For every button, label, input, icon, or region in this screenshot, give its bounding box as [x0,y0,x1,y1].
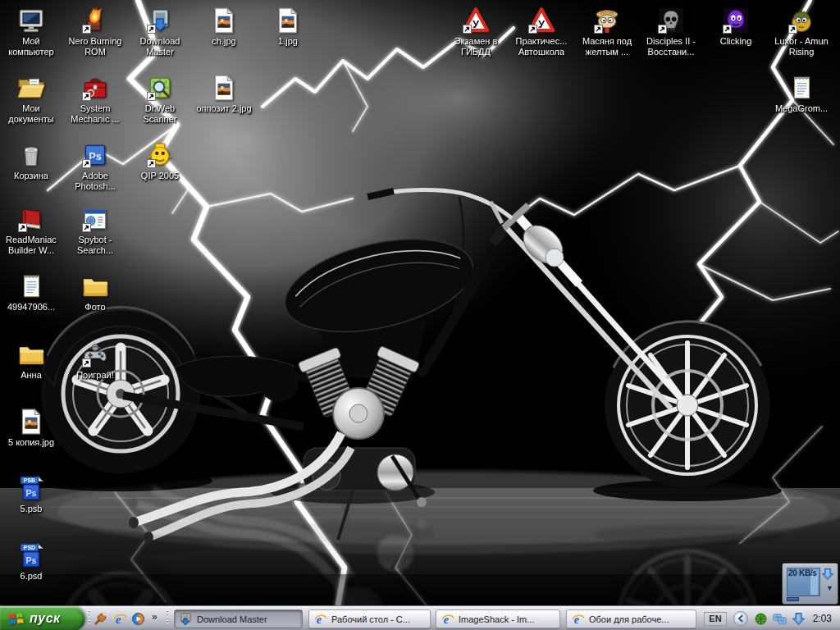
icon-label: 1.jpg [258,36,317,47]
desktop-icon-megagrom[interactable]: MegaGrom... [772,74,831,114]
quick-launch-overflow[interactable]: » [152,611,158,623]
quick-launch-handle[interactable] [89,610,90,627]
taskbar: пуск e » Download MastereРабочий стол - … [0,605,840,630]
ie-icon: e [314,613,327,626]
icon-label: 49947906... [2,302,61,313]
tasks-handle[interactable] [167,610,168,627]
desktop-icon-my-computer[interactable]: Мой компьютер [2,7,61,57]
clicking-icon [722,7,750,34]
icon-label: ReadManiac Builder W... [2,235,61,256]
icon-label: Adobe Photosh... [66,171,125,192]
shortcut-arrow-icon [723,25,732,34]
taskbar-button-rabochiy-stol[interactable]: eРабочий стол - C... [308,609,431,628]
task-label: Download Master [197,614,267,624]
desktop-icon-poigray[interactable]: Поиграй! [66,340,125,381]
drweb-icon [146,74,174,102]
icon-label: Поиграй! [66,370,125,381]
desktop-icon-5-psb[interactable]: PSBPs5.psb [2,474,61,514]
desktop-icon-ch-jpg[interactable]: ch.jpg [194,7,253,47]
desktop-icon-readmaniac-builder[interactable]: ReadManiac Builder W... [2,205,61,256]
icon-label: Экзамен в ГИБДД [446,36,505,57]
svg-text:e: e [574,613,579,626]
icon-label: Корзина [2,171,61,181]
shortcut-arrow-icon [594,25,603,34]
icon-label: Масяня под желтым ... [578,36,637,57]
desktop-icon-anna-folder[interactable]: Анна [2,340,61,381]
desktop-icon-recycle-bin[interactable]: Корзина [2,141,61,181]
language-indicator[interactable]: EN [704,612,726,626]
icon-label: Download Master [130,36,189,57]
desktop-icon-my-documents[interactable]: Мои документы [2,74,61,125]
taskbar-button-oboi-dlya-rabochego[interactable]: eОбои для рабоче... [566,609,696,628]
desktop-icon-1-jpg[interactable]: 1.jpg [258,7,317,47]
tray-drweb-tray-icon[interactable] [754,612,768,626]
collapse-chevron-icon[interactable]: ▼ [826,584,833,592]
toolbox-icon [81,74,109,102]
ie-icon: e [572,613,585,626]
shortcut-arrow-icon [82,223,91,232]
quick-launch-media-player[interactable] [131,612,145,626]
dmtask-icon [180,613,193,626]
jpg-icon [17,408,45,436]
tray-network-icon[interactable] [773,612,787,626]
desktop-icon-adobe-photoshop[interactable]: PsAdobe Photosh... [66,141,125,192]
shortcut-arrow-icon [658,25,667,34]
quick-launch-punto-switcher[interactable] [94,612,107,626]
desktop-icon-spybot-search[interactable]: Spybot - Search... [66,205,125,256]
task-label: Обои для рабоче... [589,614,669,624]
svg-text:PSB: PSB [24,477,35,483]
desktop-icon-49947906[interactable]: 49947906... [2,272,61,313]
taskbar-button-imageshack[interactable]: eImageShack - Im... [436,609,560,628]
desktop-icon-download-master[interactable]: Download Master [130,7,189,57]
download-master-speed-widget[interactable]: 20 KB/s ▼ [782,563,838,605]
ie-icon: e [441,613,454,626]
tray-download-master-tray-icon[interactable] [792,612,806,626]
desktop-icon-prakticheskaya-avtoshkola[interactable]: УПрактичес... Автошкола [512,7,571,57]
shortcut-arrow-icon [82,159,91,168]
desktop-icon-qip-2005[interactable]: QIP 2005 [130,141,189,181]
masyanya-icon [593,7,621,34]
tray-hide-icons-icon[interactable] [733,610,749,627]
icon-label: 6.psd [2,571,61,582]
download-arrow-icon[interactable] [821,568,834,581]
skull-icon [657,7,685,34]
desktop-icon-5-kopiya-jpg[interactable]: 5 копия.jpg [2,408,61,448]
desktop-icon-6-psd[interactable]: PSDPs6.psd [2,541,61,582]
quick-launch-internet-explorer[interactable]: e [113,612,127,626]
start-button[interactable]: пуск [0,606,85,630]
start-label: пуск [30,611,61,627]
shortcut-arrow-icon [788,25,797,34]
taskbar-button-download-master[interactable]: Download Master [174,609,303,628]
desktop-icon-disciples-2[interactable]: Disciples II - Восстани... [641,7,701,57]
icon-label: System Mechanic ... [66,103,125,125]
desktop-icon-nero-burning-rom[interactable]: Nero Burning ROM [66,7,125,57]
notepad-icon [17,272,45,300]
notepad-icon [788,74,815,102]
my-computer-icon [17,7,45,34]
svg-text:У: У [472,18,480,30]
desktop-icon-oppozit-2-jpg[interactable]: оппозит 2.jpg [194,74,253,114]
shortcut-arrow-icon [463,25,472,34]
desktop-icon-luxor-amun-rising[interactable]: Luxor - Amun Rising [772,7,831,57]
icon-label: 5 копия.jpg [2,437,61,448]
desktop-icon-foto-folder[interactable]: Фото [66,272,125,313]
desktop-icon-masyanya[interactable]: Масяня под желтым ... [578,7,637,57]
icon-label: Spybot - Search... [66,235,125,256]
jpg-icon [210,74,238,102]
icon-label: ch.jpg [194,36,253,47]
shortcut-arrow-icon [18,223,27,232]
nero-icon [81,7,109,34]
svg-text:У: У [538,18,546,30]
gamepad-icon [81,340,109,368]
dm-icon [146,7,174,34]
shortcut-arrow-icon [82,358,91,368]
shortcut-arrow-icon [82,92,91,101]
shortcut-arrow-icon [147,159,156,168]
jpg-icon [274,7,302,34]
desktop-icon-clicking[interactable]: Clicking [706,7,765,47]
desktop-icon-drweb-scanner[interactable]: Dr.Web Scanner [130,74,189,125]
desktop-icon-system-mechanic[interactable]: System Mechanic ... [66,74,125,125]
book-icon [17,205,45,233]
desktop-icon-ekzamen-v-gibdd[interactable]: УЭкзамен в ГИБДД [446,7,505,57]
svg-text:e: e [444,613,449,626]
